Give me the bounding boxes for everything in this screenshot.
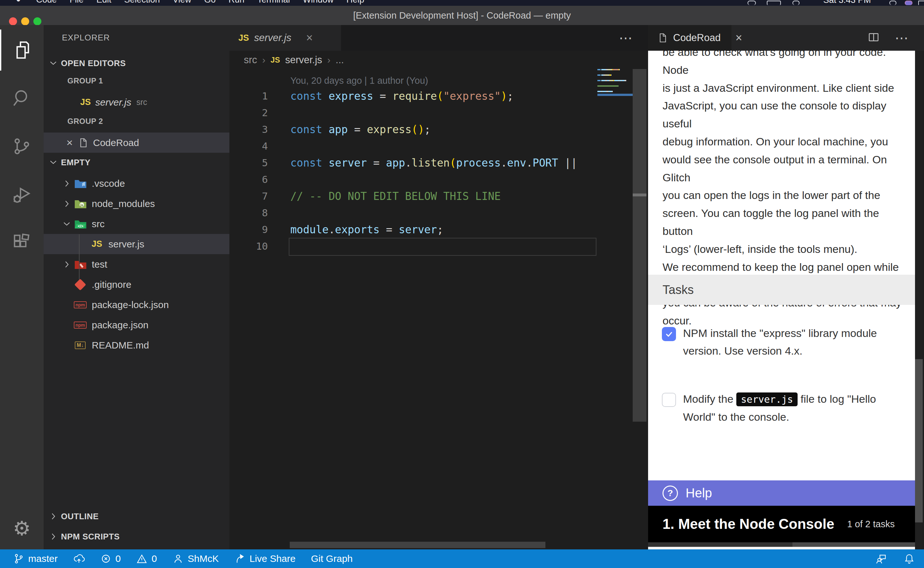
git-graph-status[interactable]: Git Graph: [311, 553, 353, 564]
feedback-status[interactable]: [875, 553, 887, 565]
tree-item--vscode[interactable]: .vscode: [44, 173, 229, 193]
chevron-right-icon[interactable]: [62, 199, 73, 208]
live-share-status[interactable]: Live Share: [234, 553, 295, 565]
webview-bottom-strip: [648, 542, 915, 549]
npm-icon: npm: [73, 301, 87, 308]
activity-item-search[interactable]: [0, 78, 44, 119]
branch-status[interactable]: master: [13, 553, 58, 565]
errors-status[interactable]: 0: [100, 553, 121, 565]
open-editor-item-server-js[interactable]: JSserver.jssrc: [44, 92, 229, 112]
breadcrumb-file[interactable]: server.js: [285, 54, 322, 66]
tree-item--gitignore[interactable]: .gitignore: [44, 274, 229, 295]
notifications-status[interactable]: [903, 553, 915, 565]
activity-item-explorer[interactable]: [0, 30, 45, 71]
close-tab-icon[interactable]: ×: [306, 31, 313, 45]
tree-item-server-js[interactable]: JSserver.js: [44, 234, 229, 254]
scrollbar-thumb[interactable]: [633, 193, 647, 196]
close-tab-icon[interactable]: ×: [736, 31, 742, 45]
lesson-title-bar[interactable]: 1. Meet the Node Console 1 of 2 tasks: [648, 506, 915, 542]
menu-item-code[interactable]: Code: [36, 0, 57, 5]
split-editor-icon[interactable]: [867, 31, 880, 45]
control-center-icon[interactable]: [918, 1, 924, 5]
more-actions-icon[interactable]: ⋯: [895, 30, 910, 46]
code-line[interactable]: 9module.exports = server;: [229, 221, 598, 238]
chevron-right-icon: [49, 532, 58, 541]
code-line[interactable]: 3const app = express();: [229, 121, 598, 137]
tree-item-package-json[interactable]: npmpackage.json: [44, 315, 229, 335]
section-npm-scripts[interactable]: NPM SCRIPTS: [44, 527, 229, 546]
menu-item-run[interactable]: Run: [228, 0, 244, 5]
section-label: NPM SCRIPTS: [61, 532, 120, 542]
menu-item-help[interactable]: Help: [347, 0, 365, 5]
tree-item-package-lock-json[interactable]: npmpackage-lock.json: [44, 295, 229, 315]
code-line[interactable]: 4: [229, 137, 598, 154]
menu-item-file[interactable]: File: [69, 0, 84, 5]
tree-item-src[interactable]: </>src: [44, 214, 229, 234]
code-line[interactable]: 6: [229, 171, 598, 188]
horizontal-scrollbar[interactable]: [290, 542, 546, 548]
status-bar: master00ShMcKLive ShareGit Graph: [0, 549, 924, 568]
menu-item-window[interactable]: Window: [303, 0, 334, 5]
breadcrumb[interactable]: src › JS server.js › ...: [244, 51, 344, 69]
tree-item-readme-md[interactable]: M↓README.md: [44, 335, 229, 355]
menu-item-view[interactable]: View: [173, 0, 191, 5]
menubar-clock[interactable]: Sat 3:43 PM: [823, 0, 871, 5]
warnings-status[interactable]: 0: [136, 553, 157, 565]
chevron-right-icon[interactable]: [62, 260, 73, 269]
open-editor-item-coderoad[interactable]: ×CodeRoad: [44, 133, 229, 153]
vertical-scrollbar[interactable]: [633, 69, 647, 421]
chevron-down-icon[interactable]: [62, 219, 73, 228]
node-modules-folder-icon: js: [73, 199, 87, 209]
menu-item-edit[interactable]: Edit: [96, 0, 112, 5]
code-editor[interactable]: 1const express = require("express");23co…: [229, 88, 598, 254]
account-status[interactable]: ShMcK: [172, 553, 219, 565]
tree-item-label: package-lock.json: [92, 299, 169, 310]
section-outline[interactable]: OUTLINE: [44, 507, 229, 526]
task-checkbox-checked[interactable]: [662, 327, 676, 341]
js-icon: JS: [80, 97, 91, 107]
activity-item-source-control[interactable]: [0, 126, 44, 167]
code-line[interactable]: 10: [229, 238, 598, 254]
task-checkbox-unchecked[interactable]: [662, 393, 676, 407]
tree-item-test[interactable]: test: [44, 254, 229, 274]
apple-menu-icon[interactable]: ●: [16, 0, 21, 5]
close-icon[interactable]: ×: [65, 136, 74, 149]
activity-item-extensions[interactable]: [0, 222, 44, 263]
scrollbar-thumb[interactable]: [915, 359, 923, 523]
tab-coderoad[interactable]: CodeRoad ×: [648, 25, 731, 51]
section-open-editors[interactable]: OPEN EDITORS: [44, 54, 229, 73]
sidebar-title: EXPLORER: [62, 33, 110, 43]
activity-item-settings[interactable]: ⚙: [0, 508, 44, 549]
menu-items[interactable]: ●CodeFileEditSelectionViewGoRunTerminalW…: [16, 0, 364, 5]
status-label: Git Graph: [311, 553, 353, 564]
user-menu-icon[interactable]: [905, 1, 912, 5]
activity-item-run-debug[interactable]: [0, 174, 44, 215]
menu-item-selection[interactable]: Selection: [124, 0, 160, 5]
tree-item-label: node_modules: [92, 198, 155, 209]
breadcrumb-folder[interactable]: src: [244, 54, 257, 66]
tab-label: CodeRoad: [673, 32, 721, 44]
minimap[interactable]: [597, 69, 633, 133]
menu-item-go[interactable]: Go: [204, 0, 216, 5]
code-line[interactable]: 5const server = app.listen(process.env.P…: [229, 154, 598, 171]
code-line[interactable]: 8: [229, 204, 598, 221]
breadcrumb-symbol[interactable]: ...: [336, 54, 344, 66]
task-progress-badge: 1 of 2 tasks: [847, 519, 894, 529]
tab-server-js[interactable]: JS server.js ×: [229, 25, 341, 51]
git-branch-icon: [13, 553, 24, 565]
spotlight-icon[interactable]: [889, 1, 897, 5]
tree-item-node-modules[interactable]: jsnode_modules: [44, 193, 229, 214]
code-line[interactable]: 1const express = require("express");: [229, 88, 598, 104]
webview-scrollbar[interactable]: [915, 51, 923, 549]
tab-bar: CodeRoad × ⋯: [648, 25, 924, 51]
chevron-right-icon[interactable]: [62, 179, 73, 188]
section-folder-empty[interactable]: EMPTY: [44, 153, 229, 172]
more-actions-icon[interactable]: ⋯: [619, 30, 634, 46]
code-line[interactable]: 7// -- DO NOT EDIT BELOW THIS LINE: [229, 188, 598, 204]
help-bar[interactable]: ? Help: [648, 480, 915, 506]
sync-status[interactable]: [73, 553, 85, 565]
code-line[interactable]: 2: [229, 104, 598, 121]
open-editor-detail: src: [136, 98, 147, 107]
minimap-line: [597, 74, 612, 76]
menu-item-terminal[interactable]: Terminal: [257, 0, 290, 5]
